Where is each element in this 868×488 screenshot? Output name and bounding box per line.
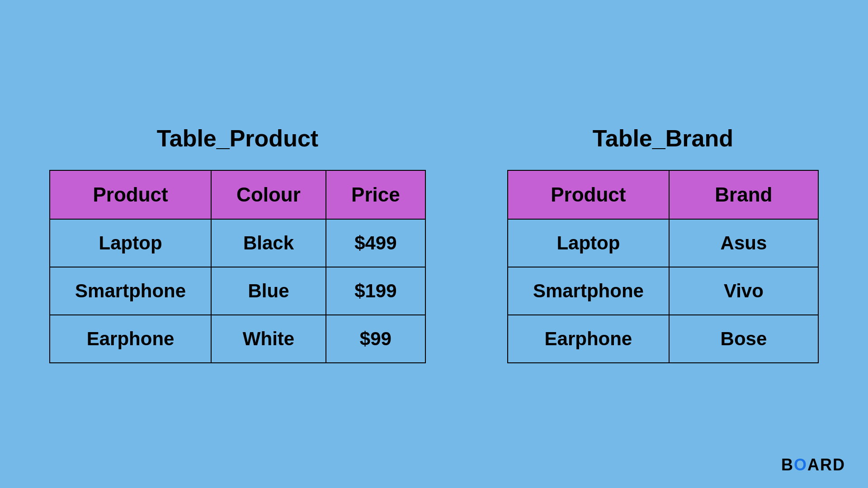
table-product-header-colour: Colour xyxy=(211,170,326,219)
product-cell: Laptop xyxy=(50,219,211,267)
table-brand-header-row: Product Brand xyxy=(508,170,818,219)
price-cell: $99 xyxy=(326,315,425,363)
brand-logo-o: O xyxy=(794,455,807,474)
brand-cell: Asus xyxy=(669,219,818,267)
table-product-title: Table_Product xyxy=(157,125,318,152)
table-brand-section: Table_Brand Product Brand Laptop Asus Sm… xyxy=(507,125,819,363)
table-row: Smartphone Blue $199 xyxy=(50,267,425,315)
table-row: Laptop Asus xyxy=(508,219,818,267)
table-row: Laptop Black $499 xyxy=(50,219,425,267)
table-row: Smartphone Vivo xyxy=(508,267,818,315)
colour-cell: Blue xyxy=(211,267,326,315)
table-brand-header-product: Product xyxy=(508,170,669,219)
product-cell: Smartphone xyxy=(508,267,669,315)
table-product: Product Colour Price Laptop Black $499 S… xyxy=(49,170,426,363)
colour-cell: White xyxy=(211,315,326,363)
table-product-header-price: Price xyxy=(326,170,425,219)
product-cell: Earphone xyxy=(50,315,211,363)
product-cell: Smartphone xyxy=(50,267,211,315)
price-cell: $199 xyxy=(326,267,425,315)
price-cell: $499 xyxy=(326,219,425,267)
brand-cell: Vivo xyxy=(669,267,818,315)
table-row: Earphone White $99 xyxy=(50,315,425,363)
table-brand-title: Table_Brand xyxy=(593,125,733,152)
brand-cell: Bose xyxy=(669,315,818,363)
colour-cell: Black xyxy=(211,219,326,267)
table-brand: Product Brand Laptop Asus Smartphone Viv… xyxy=(507,170,819,363)
table-brand-header-brand: Brand xyxy=(669,170,818,219)
table-product-header-row: Product Colour Price xyxy=(50,170,425,219)
brand-logo: BOARD xyxy=(781,455,845,474)
table-product-section: Table_Product Product Colour Price Lapto… xyxy=(49,125,426,363)
product-cell: Earphone xyxy=(508,315,669,363)
table-product-header-product: Product xyxy=(50,170,211,219)
product-cell: Laptop xyxy=(508,219,669,267)
page-container: Table_Product Product Colour Price Lapto… xyxy=(0,0,868,488)
table-row: Earphone Bose xyxy=(508,315,818,363)
